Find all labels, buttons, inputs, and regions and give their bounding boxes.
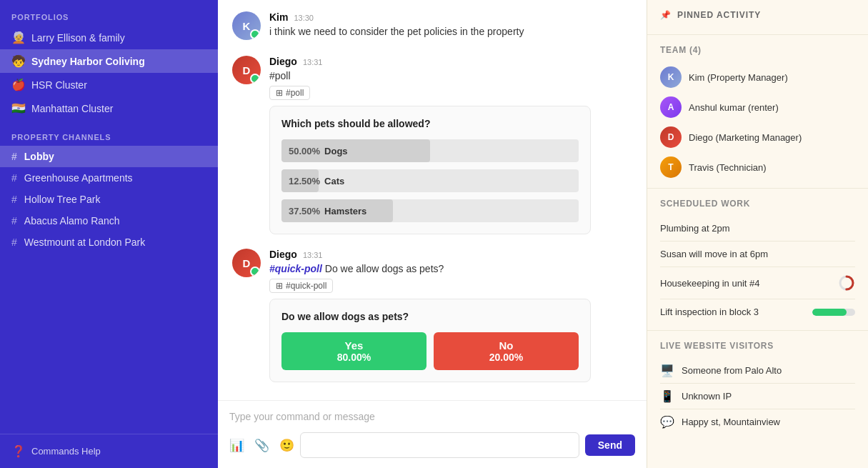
hash-icon: # (11, 215, 17, 226)
channel-label: Greenhouse Apartments (24, 172, 133, 184)
portfolios-label: PORTFOLIOS (0, 0, 218, 26)
message-input[interactable] (300, 432, 579, 458)
sidebar-item-hsr[interactable]: 🍎 HSR Cluster (0, 73, 218, 96)
quickpoll-buttons: Yes 80.00% No 20.00% (281, 332, 579, 370)
scheduled-work-section: SCHEDULED WORK Plumbing at 2pm Susan wil… (647, 189, 868, 331)
msg-tag-text: #poll (269, 70, 632, 81)
portfolios-section: PORTFOLIOS 🧑‍🦳 Larry Ellison & family 🧒 … (0, 0, 218, 120)
hsr-emoji: 🍎 (11, 78, 26, 91)
commands-help-button[interactable]: ❓ Commands Help (0, 434, 218, 468)
yes-pct: 80.00% (289, 352, 419, 363)
poll-option: 12.50% Cats (281, 169, 579, 192)
no-label: No (441, 339, 572, 352)
team-member-name: Diego (Marketing Manager) (689, 132, 802, 143)
send-button[interactable]: Send (585, 434, 635, 456)
poll-option-label: 50.00% Dogs (289, 146, 348, 156)
scheduled-text: Housekeeping in unit #4 (660, 278, 760, 289)
message-row: D Diego 13:31 #quick-poll Do we allow do… (232, 249, 632, 382)
help-icon: ❓ (11, 444, 26, 458)
input-area: Type your command or message 📊 📎 🙂 Send (218, 400, 647, 468)
pin-icon: 📌 (660, 10, 672, 20)
msg-time: 13:30 (294, 14, 314, 22)
msg-tag-text: #quick-poll Do we allow dogs as pets? (269, 263, 632, 274)
hash-icon: # (11, 172, 17, 184)
team-member-travis: T Travis (Technician) (660, 152, 855, 182)
poll-bar-wrap: 50.00% Dogs (281, 139, 579, 162)
manhattan-emoji: 🇮🇳 (11, 101, 26, 115)
msg-content: Diego 13:31 #quick-poll Do we allow dogs… (269, 249, 632, 382)
sidebar-channel-hollow[interactable]: # Hollow Tree Park (0, 189, 218, 210)
sidebar-channel-abacus[interactable]: # Abacus Alamo Ranch (0, 210, 218, 231)
hash-icon: # (11, 151, 17, 162)
sidebar-channel-greenhouse[interactable]: # Greenhouse Apartments (0, 167, 218, 189)
visitor-item-mountainview: 💬 Happy st, Mountainview (660, 409, 855, 434)
sidebar-item-label: Manhattan Cluster (31, 103, 113, 114)
progress-bar (812, 309, 855, 316)
messages-list: K Kim 13:30 i think we need to consider … (218, 0, 647, 400)
visitor-item-unknown: 📱 Unknown IP (660, 384, 855, 409)
scheduled-text: Susan will move in at 6pm (660, 249, 768, 259)
team-section: TEAM (4) K Kim (Property Manager) A Ansh… (647, 35, 868, 189)
poll-option-label: 37.50% Hamsters (289, 206, 366, 216)
avatar: D (660, 126, 682, 148)
message-row: K Kim 13:30 i think we need to consider … (232, 11, 632, 41)
avatar: D (232, 56, 261, 84)
visitor-text: Happy st, Mountainview (682, 417, 780, 427)
scheduled-item-susan: Susan will move in at 6pm (660, 242, 855, 267)
channel-label: Lobby (24, 151, 54, 162)
sidebar-channel-westmount[interactable]: # Westmount at London Park (0, 231, 218, 253)
hash-icon: # (11, 194, 17, 205)
sidebar-channel-lobby[interactable]: # Lobby (0, 146, 218, 167)
monitor-icon: 🖥️ (660, 364, 674, 377)
visitors-title: LIVE WEBSITE VISITORS (660, 341, 855, 351)
sydney-emoji: 🧒 (11, 54, 26, 68)
sidebar-item-sydney[interactable]: 🧒 Sydney Harbor Coliving (0, 49, 218, 73)
paperclip-icon[interactable]: 📎 (254, 438, 269, 453)
live-visitors-section: LIVE WEBSITE VISITORS 🖥️ Someone from Pa… (647, 331, 868, 440)
sidebar-item-label: HSR Cluster (31, 79, 87, 91)
avatar: K (232, 11, 261, 40)
visitor-text: Unknown IP (682, 391, 732, 402)
channel-label: Hollow Tree Park (24, 194, 101, 205)
poll-tag-pill: ⊞ #poll (269, 86, 310, 100)
poll-bar-wrap: 12.50% Cats (281, 169, 579, 192)
larry-emoji: 🧑‍🦳 (11, 31, 26, 44)
chat-main: K Kim 13:30 i think we need to consider … (218, 0, 647, 468)
sidebar-item-manhattan[interactable]: 🇮🇳 Manhattan Cluster (0, 96, 218, 120)
avatar: A (660, 96, 682, 118)
msg-username: Diego (269, 249, 297, 260)
poll-option: 37.50% Hamsters (281, 199, 579, 222)
channel-label: Abacus Alamo Ranch (24, 215, 120, 226)
msg-username: Diego (269, 56, 297, 67)
team-member-diego: D Diego (Marketing Manager) (660, 122, 855, 152)
channel-label: Westmount at London Park (24, 237, 145, 248)
message-row: D Diego 13:31 #poll ⊞ #poll Which pets s… (232, 56, 632, 234)
hash-icon: # (11, 237, 17, 248)
message-placeholder: Type your command or message (229, 408, 635, 425)
team-member-kim: K Kim (Property Manager) (660, 62, 855, 92)
visitor-text: Someone from Palo Alto (682, 365, 782, 376)
msg-time: 13:31 (303, 251, 323, 259)
channels-label: PROPERTY CHANNELS (0, 120, 218, 146)
poll-icon: ⊞ (276, 281, 283, 291)
progress-ring-icon (838, 274, 855, 292)
quickpoll-yes-button[interactable]: Yes 80.00% (281, 332, 426, 370)
avatar: D (232, 249, 261, 277)
msg-header: Diego 13:31 (269, 56, 632, 67)
no-pct: 20.00% (441, 352, 572, 363)
team-title: TEAM (4) (660, 45, 855, 55)
pinned-activity-section: 📌 PINNED ACTIVITY (647, 0, 868, 35)
sidebar-item-larry[interactable]: 🧑‍🦳 Larry Ellison & family (0, 26, 218, 49)
scheduled-text: Plumbing at 2pm (660, 223, 730, 234)
quickpoll-no-button[interactable]: No 20.00% (434, 332, 579, 370)
avatar: K (660, 66, 682, 88)
yes-label: Yes (289, 339, 419, 352)
quickpoll-tag-pill: ⊞ #quick-poll (269, 279, 333, 293)
channels-section: PROPERTY CHANNELS # Lobby # Greenhouse A… (0, 120, 218, 253)
attach-file-icon[interactable]: 📊 (229, 438, 244, 453)
poll-option: 50.00% Dogs (281, 139, 579, 162)
avatar: T (660, 156, 682, 178)
sidebar-item-label: Larry Ellison & family (31, 32, 125, 44)
emoji-icon[interactable]: 🙂 (279, 438, 294, 453)
poll-option-label: 12.50% Cats (289, 176, 344, 186)
